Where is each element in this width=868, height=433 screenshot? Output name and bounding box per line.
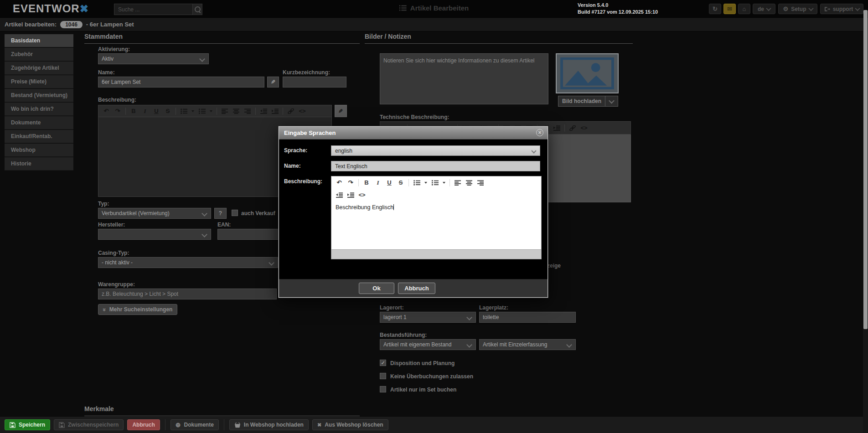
- modal-beschreibung-textarea[interactable]: Beschreibung Englisch: [331, 201, 541, 249]
- name-label: Name:: [98, 69, 115, 76]
- sidebar-item-dokumente[interactable]: Dokumente: [5, 116, 73, 129]
- code-button[interactable]: <>: [357, 191, 367, 200]
- typ-select[interactable]: Verbundartikel (Vermietung): [98, 208, 211, 219]
- refresh-icon: ↻: [713, 6, 718, 12]
- warengruppe-input[interactable]: [98, 289, 277, 299]
- redo-button[interactable]: ↷: [113, 107, 123, 116]
- indent-button[interactable]: [346, 191, 356, 200]
- sidebar-item-wo-bin-ich-drin[interactable]: Wo bin ich drin?: [5, 103, 73, 116]
- align-right-button[interactable]: [475, 178, 486, 187]
- modal-name-input[interactable]: [331, 161, 540, 171]
- numbered-list-button[interactable]: [197, 107, 207, 116]
- in-webshop-hochladen-button[interactable]: In Webshop hochladen: [229, 419, 309, 430]
- align-right-button[interactable]: [243, 107, 253, 116]
- strikethrough-button[interactable]: S: [396, 178, 406, 187]
- modal-beschreibung-editor: ↶ ↷ B I U S <> Be: [331, 176, 542, 259]
- setup-button[interactable]: ⚙Setup: [778, 4, 817, 14]
- lagerort-select[interactable]: lagerort 1: [380, 312, 476, 323]
- numbered-list-dropdown[interactable]: [208, 107, 214, 116]
- dialog-titlebar[interactable]: Eingabe Sprachen: [279, 127, 548, 139]
- aus-webshop-loeschen-button[interactable]: ✖ Aus Webshop löschen: [312, 419, 388, 430]
- refresh-button[interactable]: ↻: [709, 4, 721, 14]
- lagerplatz-input[interactable]: [479, 312, 576, 323]
- search-button[interactable]: [192, 4, 202, 15]
- name-input[interactable]: [98, 77, 264, 88]
- undo-button[interactable]: ↶: [101, 107, 111, 116]
- typ-help-button[interactable]: ?: [214, 208, 227, 219]
- kurzbezeichnung-label: Kurzbezeichnung:: [283, 69, 330, 76]
- list-icon: [399, 5, 407, 11]
- disposition-planung-checkbox[interactable]: ✓: [380, 360, 386, 366]
- kurzbezeichnung-input[interactable]: [283, 77, 346, 88]
- auch-verkauf-checkbox[interactable]: [232, 210, 238, 216]
- mehr-sucheinstellungen-button[interactable]: » Mehr Sucheinstellungen: [98, 304, 177, 315]
- pencil-icon: ✎: [338, 108, 343, 114]
- undo-button[interactable]: ↶: [334, 178, 344, 187]
- sidebar-item-zugehoerige-artikel[interactable]: Zugehörige Artikel: [5, 62, 73, 75]
- beschreibung-edit-button[interactable]: ✎: [335, 105, 347, 117]
- support-button[interactable]: support: [820, 4, 863, 14]
- sidebar-item-zubehoer[interactable]: Zubehör: [5, 48, 73, 61]
- link-button[interactable]: [286, 107, 296, 116]
- align-left-button[interactable]: [220, 107, 230, 116]
- redo-button[interactable]: ↷: [346, 178, 356, 187]
- ok-button[interactable]: Ok: [359, 283, 394, 294]
- sidebar-item-einkauf-rentab[interactable]: Einkauf/Rentab.: [5, 130, 73, 143]
- bild-hochladen-button[interactable]: Bild hochladen: [558, 96, 605, 107]
- strikethrough-button[interactable]: S: [163, 107, 173, 116]
- sidebar-item-webshop[interactable]: Webshop: [5, 144, 73, 157]
- code-button[interactable]: <>: [297, 107, 307, 116]
- bold-button[interactable]: B: [129, 107, 139, 116]
- sidebar-item-historie[interactable]: Historie: [5, 157, 73, 170]
- language-select[interactable]: de: [753, 4, 775, 14]
- x-mark-icon: ✖: [317, 423, 321, 428]
- bild-hochladen-dropdown[interactable]: [605, 96, 618, 107]
- bestand-select-2[interactable]: Artikel mit Einzelerfassung: [479, 339, 576, 350]
- numbered-list-button[interactable]: [430, 178, 440, 187]
- bullet-list-button[interactable]: [179, 107, 189, 116]
- underline-button[interactable]: U: [384, 178, 394, 187]
- align-left-button[interactable]: [453, 178, 463, 187]
- sprache-select[interactable]: english: [331, 145, 540, 156]
- align-center-button[interactable]: [464, 178, 474, 187]
- notizen-textarea[interactable]: [380, 53, 548, 104]
- numbered-list-dropdown[interactable]: [441, 178, 447, 187]
- messages-button[interactable]: ✉: [723, 4, 736, 14]
- modal-abbruch-button[interactable]: Abbruch: [398, 283, 435, 294]
- sidebar-item-basisdaten[interactable]: Basisdaten: [5, 34, 73, 47]
- artikel-bild-thumbnail[interactable]: [556, 53, 619, 93]
- keine-ueberbuchungen-checkbox[interactable]: [380, 373, 386, 379]
- casing-typ-select[interactable]: - nicht aktiv -: [98, 257, 278, 268]
- indent-button[interactable]: [270, 107, 280, 116]
- dokumente-button[interactable]: ⊕ Dokumente: [170, 419, 219, 430]
- align-center-button[interactable]: [231, 107, 241, 116]
- zwischenspeichern-button[interactable]: Zwischenspeichern: [54, 419, 124, 430]
- dialog-close-button[interactable]: ×: [536, 129, 543, 136]
- outdent-button[interactable]: [258, 107, 269, 116]
- italic-button[interactable]: I: [373, 178, 383, 187]
- version-info: Version 5.4.0 Build #7127 vom 12.09.2025…: [578, 2, 658, 15]
- italic-button[interactable]: I: [140, 107, 150, 116]
- app-root: EVENTWOR✖ Artikel Bearbeiten Version 5.4…: [0, 0, 868, 433]
- sidebar-item-preise-miete[interactable]: Preise (Miete): [5, 75, 73, 88]
- bullet-list-button[interactable]: [412, 178, 422, 187]
- name-edit-button[interactable]: ✎: [267, 77, 279, 88]
- sidebar-item-bestand-vermietung[interactable]: Bestand (Vermietung): [5, 89, 73, 102]
- aktivierung-select[interactable]: Aktiv: [98, 53, 209, 64]
- bullet-list-dropdown[interactable]: [190, 107, 196, 116]
- abbruch-button[interactable]: Abbruch: [127, 419, 160, 430]
- search-input[interactable]: [114, 4, 192, 15]
- code-button[interactable]: <>: [579, 124, 589, 133]
- bold-button[interactable]: B: [362, 178, 372, 187]
- artikel-nur-im-set-checkbox[interactable]: [380, 386, 386, 392]
- bestand-select-1[interactable]: Artikel mit eigenem Bestand: [380, 339, 476, 350]
- vertical-scrollbar-thumb[interactable]: [863, 10, 868, 329]
- bullet-list-dropdown[interactable]: [423, 178, 429, 187]
- underline-button[interactable]: U: [151, 107, 161, 116]
- outdent-button[interactable]: [334, 191, 344, 200]
- indent-button[interactable]: [552, 124, 562, 133]
- speichern-button[interactable]: Speichern: [5, 419, 50, 430]
- link-button[interactable]: [568, 124, 578, 133]
- home-button[interactable]: ⌂: [738, 4, 750, 14]
- hersteller-select[interactable]: [98, 229, 211, 240]
